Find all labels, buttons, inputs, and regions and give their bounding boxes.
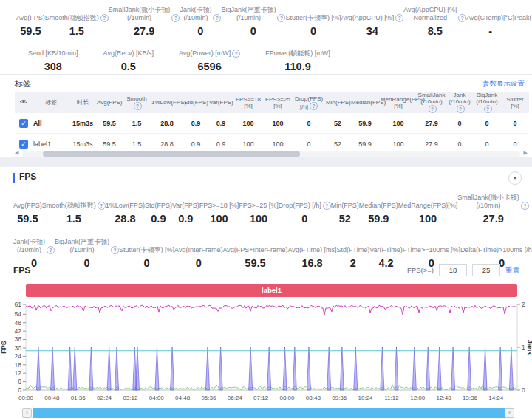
table-scroll-right-arrow[interactable]: ▶ <box>524 150 528 156</box>
metric-label: 1%Low(FPS) <box>106 194 145 210</box>
column-header: FPS>=25 [%] <box>263 92 293 113</box>
info-icon[interactable]: ? <box>98 202 106 210</box>
column-header: Stutter [%] <box>501 92 529 113</box>
metric: MedRange(FPS)[%]100 <box>398 194 458 225</box>
table-cell: 0 <box>293 113 325 134</box>
column-header: SmallJank (/10min)? <box>417 92 446 113</box>
column-header: Jank (/10min)? <box>446 92 473 113</box>
metric-label: BigJank(严重卡顿) (/10min)? <box>55 238 119 254</box>
metric: Jank(卡顿) (/10min)?0 <box>180 6 221 37</box>
metric-label: Median(FPS) <box>359 194 398 210</box>
metric: Var(FPS)0.9 <box>172 194 200 225</box>
table-cell: 28.8 <box>151 113 183 134</box>
row-checkbox[interactable]: ✓ <box>19 140 28 149</box>
fps-threshold-label: FPS(>=) <box>407 266 434 274</box>
metric: Drop(FPS) [/h]?0 <box>279 194 331 225</box>
info-icon[interactable]: ? <box>213 14 221 22</box>
metric-value: 59.5 <box>222 257 287 269</box>
metric-value: 16.8 <box>288 257 337 269</box>
svg-text:05:36: 05:36 <box>201 395 216 401</box>
table-cell: 0 <box>473 113 501 134</box>
info-icon[interactable]: ? <box>47 246 55 254</box>
metric-value: 28.8 <box>106 213 145 225</box>
info-icon[interactable]: ? <box>277 14 285 22</box>
svg-text:03:12: 03:12 <box>123 395 138 401</box>
metric-value: 0.9 <box>145 213 172 225</box>
column-header: Median(FPS) <box>350 92 380 113</box>
fps-chart[interactable]: 61544842363024181260210FPSJank00:0000:48… <box>0 299 532 406</box>
metric-value: 4.2 <box>369 257 403 269</box>
svg-text:6: 6 <box>18 378 21 385</box>
reset-button[interactable]: 重置 <box>505 265 520 276</box>
parameter-display-settings-link[interactable]: 参数显示设置 <box>482 79 525 89</box>
chart-axes <box>26 304 517 390</box>
fps-threshold-low-input[interactable] <box>439 264 467 276</box>
y-axis-title: FPS <box>0 341 7 354</box>
label-name-cell: All <box>33 113 69 134</box>
chevron-down-icon: ▼ <box>513 176 517 180</box>
metric-value: 100 <box>239 213 279 225</box>
metric-label: Drop(FPS) [/h]? <box>279 194 331 210</box>
svg-text:0: 0 <box>522 386 525 394</box>
table-scrollbar-thumb[interactable] <box>43 151 300 157</box>
info-icon[interactable]: ? <box>100 14 109 22</box>
table-scroll-left-arrow[interactable]: ◀ <box>15 150 18 156</box>
metric: Avg(CTemp)[°C]- <box>466 6 514 37</box>
series-legend-banner[interactable]: label1 <box>26 284 517 297</box>
svg-text:04:48: 04:48 <box>175 395 191 401</box>
info-icon[interactable]: ? <box>521 202 529 210</box>
labels-table-header-row: 标签时长Avg(FPS)Smooth?1%Low(FPS)Std(FPS)Var… <box>15 92 529 113</box>
metric: BigJank(严重卡顿) (/10min)?0 <box>221 6 285 37</box>
x-axis-labels: 00:0000:4801:3602:2403:1204:0004:4805:36… <box>18 395 504 401</box>
row-checkbox[interactable]: ✓ <box>19 119 28 128</box>
svg-text:04:00: 04:00 <box>149 395 165 401</box>
column-header: BigJank (/10min)? <box>473 92 501 113</box>
svg-text:08:00: 08:00 <box>279 395 295 401</box>
fps-panel: FPS ▼ Avg(FPS)59.5Smooth(稳帧指数)?1.51%Low(… <box>0 167 532 419</box>
range-handle-left[interactable]: ‖ <box>22 408 32 418</box>
labels-section-title: 标签 <box>15 78 31 89</box>
info-icon[interactable]: ? <box>134 102 142 110</box>
chart-title: FPS <box>13 265 30 276</box>
column-header: Std(FPS) <box>183 92 208 113</box>
info-icon[interactable]: ? <box>484 105 492 113</box>
info-icon[interactable]: ? <box>457 105 465 113</box>
info-icon[interactable]: ? <box>310 102 318 110</box>
svg-text:07:12: 07:12 <box>253 395 269 401</box>
table-horizontal-scrollbar[interactable] <box>22 151 520 157</box>
y-axis-labels: 61544842363024181260 <box>15 301 26 394</box>
info-icon[interactable]: ? <box>111 246 119 254</box>
metric: SmallJank(微小卡顿) (/10min)?27.9 <box>457 194 529 225</box>
chart-range-scrollbar: ‖ ‖ <box>0 408 532 418</box>
metric-label: Std(FTime) <box>337 238 370 254</box>
svg-text:36: 36 <box>15 335 22 343</box>
svg-text:00:48: 00:48 <box>44 395 60 401</box>
info-icon[interactable]: ? <box>429 105 437 113</box>
metric: FPS>=25 [%]100 <box>239 194 279 225</box>
metric-label: Avg(AppCPU) [%]? <box>341 6 403 22</box>
svg-text:12:48: 12:48 <box>437 395 452 401</box>
range-handle-right[interactable]: ‖ <box>505 408 514 418</box>
metric-label: Avg(InterFrame) <box>174 238 222 254</box>
metric-value: 52 <box>331 213 359 225</box>
metric: SmallJank(微小卡顿) (/10min)?27.9 <box>109 6 180 37</box>
info-icon[interactable]: ? <box>171 14 180 22</box>
info-icon[interactable]: ? <box>323 202 331 210</box>
range-selected-region[interactable] <box>33 408 505 418</box>
metric-value: 0 <box>285 25 341 37</box>
metric-label: Avg(Recv) [KB/s] <box>103 41 154 58</box>
info-icon[interactable]: ? <box>458 14 466 22</box>
collapse-section-button[interactable]: ▼ <box>508 171 522 185</box>
table-cell: 0 <box>446 113 473 134</box>
info-icon[interactable]: ? <box>232 50 240 58</box>
fps-threshold-high-input[interactable] <box>472 264 500 276</box>
metric-label: Stutter(卡顿率) [%] <box>285 6 341 22</box>
info-icon[interactable]: ? <box>395 14 403 22</box>
metric-label: Avg(FPS) <box>13 194 42 210</box>
svg-text:09:36: 09:36 <box>332 395 347 401</box>
column-header: Smooth? <box>123 92 151 113</box>
visibility-column-header[interactable] <box>15 92 33 113</box>
metric: Avg(FTime) [ms]16.8 <box>288 238 337 269</box>
fps-line-series <box>26 305 516 315</box>
column-header: Drop(FPS) [/h]? <box>293 92 325 113</box>
